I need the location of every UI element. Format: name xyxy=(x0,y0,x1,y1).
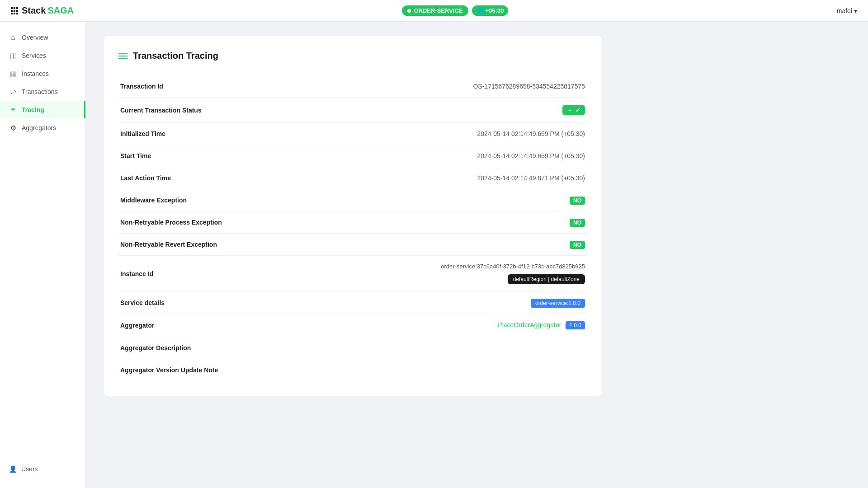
start-time-label: Start Time xyxy=(118,145,263,167)
table-row: Start Time 2024-05-14 02:14:49.659 PM (+… xyxy=(118,145,587,167)
sidebar-item-tracing[interactable]: ≡ Tracing xyxy=(0,101,85,118)
table-row: Middleware Exception NO xyxy=(118,189,587,211)
chevron-down-icon: ▾ xyxy=(854,7,857,14)
main-content: Transaction Tracing Transaction Id OS-17… xyxy=(86,22,868,488)
last-action-time-label: Last Action Time xyxy=(118,167,263,189)
topbar-center: ORDER-SERVICE 🌐 +05:30 xyxy=(402,5,508,16)
aggregator-label: Aggregator xyxy=(118,314,263,337)
globe-icon: 🌐 xyxy=(476,7,484,14)
sidebar-item-transactions[interactable]: ⇌ Transactions xyxy=(0,83,85,100)
no-badge-process: NO xyxy=(570,219,585,227)
middleware-exception-value: NO xyxy=(263,189,587,211)
service-badge[interactable]: ORDER-SERVICE xyxy=(402,5,468,16)
sidebar: ⌂ Overview ◫ Services ▦ Instances ⇌ Tran… xyxy=(0,22,86,488)
aggregator-name[interactable]: PlaceOrderAggregator xyxy=(498,321,561,328)
page-header: Transaction Tracing xyxy=(118,51,587,61)
start-time-value: 2024-05-14 02:14:49.659 PM (+05:30) xyxy=(263,145,587,167)
instance-region-badge: defaultRegion | defaultZone xyxy=(508,274,585,284)
aggregator-version-note-value xyxy=(263,359,587,381)
transaction-status-value: → ✔ xyxy=(263,98,587,123)
transaction-id-label: Transaction Id xyxy=(118,75,263,98)
non-retryable-revert-label: Non-Retryable Revert Exception xyxy=(118,234,263,256)
sidebar-item-services[interactable]: ◫ Services xyxy=(0,47,85,64)
no-badge-revert: NO xyxy=(570,241,585,249)
user-menu[interactable]: mafei ▾ xyxy=(837,7,857,14)
sidebar-label-aggregators: Aggregators xyxy=(22,124,56,131)
home-icon: ⌂ xyxy=(9,33,17,42)
non-retryable-process-value: NO xyxy=(263,211,587,234)
table-row: Non-Retryable Process Exception NO xyxy=(118,211,587,234)
services-icon: ◫ xyxy=(9,52,17,60)
username: mafei xyxy=(837,7,852,14)
service-details-value: order-service:1.0.0 xyxy=(263,292,587,314)
sidebar-label-instances: Instances xyxy=(22,70,49,77)
aggregator-description-value xyxy=(263,337,587,359)
app-logo: StackSAGA xyxy=(11,5,74,16)
transaction-info-table: Transaction Id OS-1715676289658-53455422… xyxy=(118,75,587,381)
page-title: Transaction Tracing xyxy=(133,51,218,61)
transactions-icon: ⇌ xyxy=(9,88,17,96)
service-name: ORDER-SERVICE xyxy=(414,7,462,14)
sidebar-bottom: 👤 Users xyxy=(0,457,85,481)
last-action-time-value: 2024-05-14 02:14:49.871 PM (+05:30) xyxy=(263,167,587,189)
transaction-id-value: OS-1715676289658-534554225817575 xyxy=(263,75,587,98)
sidebar-item-aggregators[interactable]: ⚙ Aggregators xyxy=(0,119,85,136)
initialized-time-label: Initialized Time xyxy=(118,123,263,145)
sidebar-nav: ⌂ Overview ◫ Services ▦ Instances ⇌ Tran… xyxy=(0,29,85,136)
table-row: Service details order-service:1.0.0 xyxy=(118,292,587,314)
non-retryable-revert-value: NO xyxy=(263,234,587,256)
instance-id-label: Instance Id xyxy=(118,256,263,292)
table-row: Aggregator Description xyxy=(118,337,587,359)
sidebar-label-transactions: Transactions xyxy=(22,88,58,95)
aggregator-value: PlaceOrderAggregator 1.0.0 xyxy=(263,314,587,337)
instances-icon: ▦ xyxy=(9,70,17,78)
sidebar-item-overview[interactable]: ⌂ Overview xyxy=(0,29,85,46)
aggregator-version-note-label: Aggregator Version Update Note xyxy=(118,359,263,381)
service-details-badge: order-service:1.0.0 xyxy=(531,299,585,308)
aggregator-description-label: Aggregator Description xyxy=(118,337,263,359)
content-card: Transaction Tracing Transaction Id OS-17… xyxy=(104,36,601,396)
logo-stack-text: Stack xyxy=(22,5,46,16)
table-row: Aggregator PlaceOrderAggregator 1.0.0 xyxy=(118,314,587,337)
middleware-exception-label: Middleware Exception xyxy=(118,189,263,211)
sidebar-item-users[interactable]: 👤 Users xyxy=(9,462,76,476)
status-badge: → ✔ xyxy=(562,105,585,115)
sidebar-label-overview: Overview xyxy=(22,34,48,41)
arrow-right-icon: → xyxy=(567,107,573,113)
timezone-badge: 🌐 +05:30 xyxy=(472,5,509,16)
table-row: Aggregator Version Update Note xyxy=(118,359,587,381)
logo-icon xyxy=(11,7,18,14)
check-circle-icon: ✔ xyxy=(576,107,580,113)
table-row: Non-Retryable Revert Exception NO xyxy=(118,234,587,256)
table-row: Transaction Id OS-1715676289658-53455422… xyxy=(118,75,587,98)
logo-saga-text: SAGA xyxy=(47,5,74,16)
tracing-icon: ≡ xyxy=(9,106,17,114)
sidebar-label-services: Services xyxy=(22,52,46,59)
service-details-label: Service details xyxy=(118,292,263,314)
table-row-instance-id: Instance Id order-service:37c6a40f-372b-… xyxy=(118,256,587,292)
timezone-value: +05:30 xyxy=(486,7,504,14)
no-badge-middleware: NO xyxy=(570,197,585,205)
table-row: Last Action Time 2024-05-14 02:14:49.871… xyxy=(118,167,587,189)
users-icon: 👤 xyxy=(9,465,17,473)
sidebar-label-tracing: Tracing xyxy=(22,106,44,113)
non-retryable-process-label: Non-Retryable Process Exception xyxy=(118,211,263,234)
instance-id-text: order-service:37c6a40f-372b-4f12-b73c-ab… xyxy=(441,263,585,270)
sidebar-item-instances[interactable]: ▦ Instances xyxy=(0,65,85,82)
sidebar-label-users: Users xyxy=(21,465,38,473)
aggregator-version-badge: 1.0.0 xyxy=(566,321,585,329)
table-row: Current Transaction Status → ✔ xyxy=(118,98,587,123)
initialized-time-value: 2024-05-14 02:14:49.659 PM (+05:30) xyxy=(263,123,587,145)
menu-icon[interactable] xyxy=(118,53,127,59)
instance-id-value: order-service:37c6a40f-372b-4f12-b73c-ab… xyxy=(263,256,587,291)
aggregators-icon: ⚙ xyxy=(9,124,17,132)
table-row: Initialized Time 2024-05-14 02:14:49.659… xyxy=(118,123,587,145)
transaction-status-label: Current Transaction Status xyxy=(118,98,263,123)
service-status-dot xyxy=(407,9,411,13)
